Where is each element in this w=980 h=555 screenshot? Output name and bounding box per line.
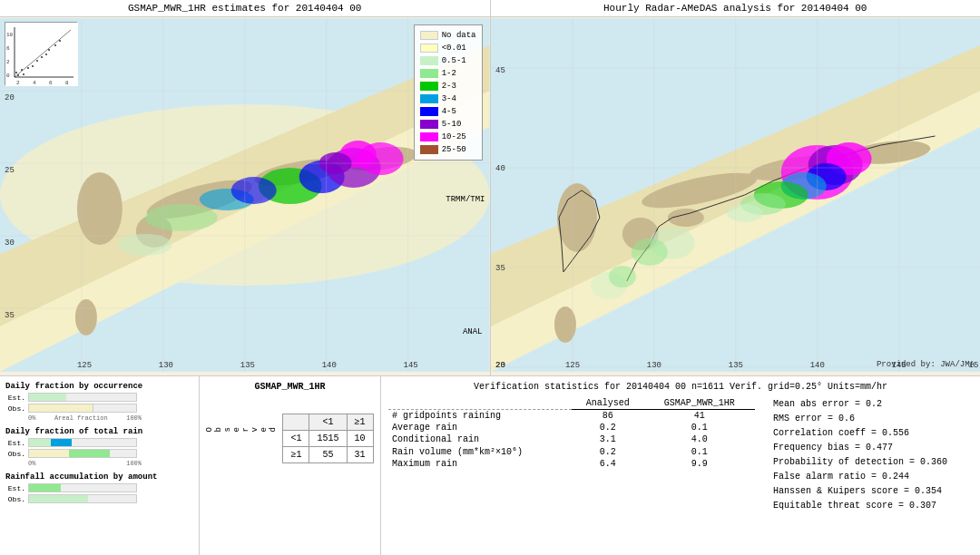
left-map-content: 20 25 30 35 125 130 135 140 145 [0, 17, 490, 373]
charts-area: Daily fraction by occurrence Est. Obs. 0… [0, 376, 200, 555]
legend-4-5: 4-5 [420, 105, 476, 118]
stats-row-gsmap: 9.9 [644, 458, 755, 470]
est-rainfall-track [28, 483, 137, 492]
obs-rain-track [28, 449, 137, 458]
obs-rainfall-track [28, 494, 137, 503]
trmm-label: TRMM/TMI [446, 195, 485, 204]
stats-row-gsmap: 0.1 [644, 422, 755, 433]
rain-chart: Est. Obs. 0% 100% [5, 438, 193, 467]
contingency-col-ge1: ≥1 [347, 414, 373, 431]
svg-text:30: 30 [5, 239, 15, 248]
left-map-panel: GSMAP_MWR_1HR estimates for 20140404 00 [0, 0, 491, 375]
svg-point-19 [231, 177, 277, 204]
stats-title: Verification statistics for 20140404 00 … [388, 382, 973, 392]
right-stat-item: Frequency bias = 0.477 [773, 441, 973, 455]
stats-tbody: # gridpoints raining 86 41 Average rain … [388, 410, 755, 470]
legend-5-10-color [420, 120, 438, 129]
rainfall-chart-title: Rainfall accumulation by amount [5, 472, 193, 482]
stats-row-analysed: 86 [572, 410, 644, 422]
right-stat-item: Hanssen & Kuipers score = 0.354 [773, 484, 973, 499]
stats-row-label: Average rain [388, 422, 572, 433]
contingency-area: GSMAP_MWR_1HR Observed <1 ≥1 <1 1 [200, 376, 381, 555]
right-stat-item: Equitable threat score = 0.307 [773, 499, 973, 513]
stats-row-analysed: 0.2 [572, 445, 644, 458]
svg-point-44 [21, 69, 23, 71]
contingency-cell-lt1-ge1: 10 [347, 431, 373, 447]
legend-001: <0.01 [420, 42, 476, 54]
est-rain-row: Est. [5, 438, 193, 447]
obs-rainfall-row: Obs. [5, 494, 193, 503]
legend-3-4: 3-4 [420, 92, 476, 105]
est-label-3: Est. [5, 484, 25, 492]
legend-5-10-label: 5-10 [442, 118, 462, 131]
maps-row: GSMAP_MWR_1HR estimates for 20140404 00 [0, 0, 980, 376]
svg-text:40: 40 [495, 164, 505, 173]
stats-empty-header [388, 397, 572, 410]
svg-text:10: 10 [6, 32, 14, 38]
obs-rain-row: Obs. [5, 449, 193, 458]
contingency-row-lt1-label: <1 [283, 431, 309, 447]
legend-001-label: <0.01 [442, 42, 466, 54]
est-occurrence-fill [29, 394, 66, 401]
legend-nodata-label: No data [442, 29, 476, 42]
obs-label-1: Obs. [5, 404, 25, 413]
main-container: GSMAP_MWR_1HR estimates for 20140404 00 [0, 0, 980, 555]
svg-text:20: 20 [5, 93, 15, 102]
contingency-row-ge1: ≥1 55 31 [283, 447, 373, 463]
observed-vertical-label: Observed [205, 426, 278, 432]
stats-row-label: Rain volume (mm*km²×10⁶) [388, 445, 572, 458]
stats-row-label: Maximum rain [388, 458, 572, 470]
est-occurrence-row: Est. [5, 393, 193, 402]
legend-1-2-label: 1-2 [442, 67, 456, 80]
stats-row-analysed: 6.4 [572, 458, 644, 470]
contingency-cell-ge1-lt1: 55 [309, 447, 347, 463]
legend-3-4-label: 3-4 [442, 92, 456, 105]
svg-point-53 [59, 40, 61, 42]
legend-001-color [420, 44, 438, 53]
legend-2-3-label: 2-3 [442, 80, 456, 92]
axis-right-2: 100% [126, 460, 142, 467]
legend-25-50: 25-50 [420, 143, 476, 156]
legend-10-25-label: 10-25 [442, 131, 466, 143]
svg-text:2: 2 [6, 59, 10, 65]
svg-text:140: 140 [809, 361, 824, 370]
svg-text:35: 35 [495, 264, 505, 273]
stats-header-row: Analysed GSMAP_MWR_1HR [388, 397, 755, 410]
rainfall-chart: Est. Obs. [5, 483, 193, 503]
legend-nodata: No data [420, 29, 476, 42]
legend-2-3: 2-3 [420, 80, 476, 92]
stats-row-analysed: 0.2 [572, 422, 644, 433]
svg-point-42 [15, 72, 17, 73]
svg-point-47 [32, 65, 34, 67]
stats-row-label: Conditional rain [388, 433, 572, 445]
legend-box: No data <0.01 0.5-1 1-2 [414, 24, 483, 161]
svg-point-49 [41, 56, 43, 58]
svg-point-48 [36, 60, 38, 62]
stats-row-analysed: 3.1 [572, 433, 644, 445]
legend-1-2: 1-2 [420, 67, 476, 80]
legend-5-10: 5-10 [420, 118, 476, 131]
svg-point-51 [48, 49, 50, 51]
stats-row-gsmap: 0.1 [644, 445, 755, 458]
contingency-row-ge1-label: ≥1 [283, 447, 309, 463]
obs-occurrence-fill [29, 404, 93, 412]
contingency-cell-lt1-lt1: 1515 [309, 431, 347, 447]
legend-05-label: 0.5-1 [442, 54, 466, 67]
svg-text:8: 8 [65, 80, 69, 86]
right-map-panel: Hourly Radar-AMeDAS analysis for 2014040… [491, 0, 981, 375]
right-stat-item: RMS error = 0.6 [773, 412, 973, 426]
contingency-row-lt1: <1 1515 10 [283, 431, 373, 447]
anal-label: ANAL [463, 327, 483, 336]
svg-text:130: 130 [159, 361, 173, 370]
axis-left-2: 0% [28, 460, 35, 467]
svg-text:135: 135 [240, 361, 255, 370]
left-map-title: GSMAP_MWR_1HR estimates for 20140404 00 [0, 0, 490, 17]
stats-right: Mean abs error = 0.2RMS error = 0.6Corre… [773, 397, 973, 513]
stats-table: Analysed GSMAP_MWR_1HR # gridpoints rain… [388, 397, 755, 470]
svg-text:20: 20 [495, 361, 505, 370]
axis-label-1: Areal fraction [54, 414, 108, 422]
stats-data-row: Average rain 0.2 0.1 [388, 422, 755, 433]
occurrence-chart: Est. Obs. 0% Areal fraction 100% [5, 393, 193, 422]
legend-10-25: 10-25 [420, 131, 476, 143]
contingency-col-lt1: <1 [309, 414, 347, 431]
